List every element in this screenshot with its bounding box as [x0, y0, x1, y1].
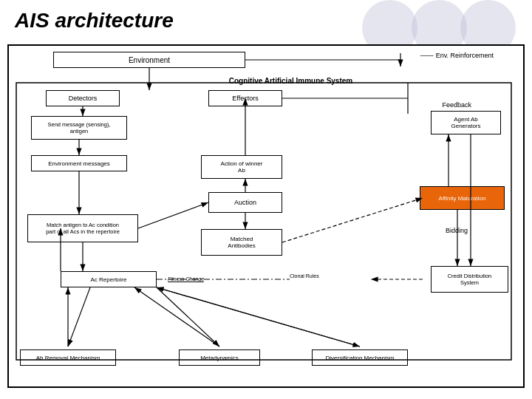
feedback-text: Feedback [442, 101, 471, 109]
bidding-label: Bidding [446, 227, 468, 234]
fitness-change-label: Fitness Change [168, 276, 204, 282]
send-msg-box: Send message (sensing),antigen [31, 116, 127, 140]
clonal-rules-label: Clonal Rules [290, 273, 319, 279]
env-reinforcement-label: Env. Reinforcement [420, 52, 494, 59]
detectors-box: Detectors [46, 90, 120, 106]
clonal-text: Clonal Rules [290, 273, 319, 279]
agent-ab-box: Agent AbGenerators [431, 111, 501, 134]
environment-label: Environment [129, 56, 170, 64]
metadynamics-label: Metadynamics [200, 355, 239, 361]
ac-repertoire-box: Ac Repertoire [61, 271, 157, 287]
svg-line-15 [282, 198, 423, 242]
ac-rep-label: Ac Repertoire [91, 276, 127, 283]
svg-line-25 [157, 287, 360, 347]
diversification-box: Diversification Mechanism [312, 349, 408, 366]
feedback-label: Feedback [442, 101, 471, 109]
match-antigen-box: Match antigen to Ac conditionpart of all… [27, 214, 138, 242]
effectors-box: Effectors [208, 90, 282, 106]
action-winner-box: Action of winnerAb [201, 155, 282, 179]
env-msg-box: Environment messages [31, 155, 127, 171]
svg-line-24 [134, 287, 219, 347]
env-reinforcement-text: Env. Reinforcement [436, 52, 494, 59]
affinity-label: Affinity Maturation [439, 195, 486, 202]
ab-removal-box: Ab Removal Mechanism [20, 349, 116, 366]
detectors-label: Detectors [69, 95, 98, 102]
credit-distribution-box: Credit DistributionSystem [431, 266, 508, 293]
env-msg-label: Environment messages [48, 160, 110, 167]
agent-ab-label: Agent AbGenerators [451, 116, 480, 129]
cais-label: Cognitive Artificial Immune System [229, 77, 352, 85]
svg-line-11 [138, 202, 208, 228]
affinity-maturation-box: Affinity Maturation [420, 186, 505, 210]
diagram-container: Environment Env. Reinforcement Cognitive… [7, 44, 525, 388]
environment-box: Environment [53, 52, 245, 68]
match-ag-label: Match antigen to Ac conditionpart of all… [46, 222, 120, 235]
effectors-label: Effectors [232, 95, 258, 102]
page-title: AIS architecture [15, 9, 174, 33]
cais-text: Cognitive Artificial Immune System [229, 77, 352, 85]
credit-label: Credit DistributionSystem [448, 273, 492, 286]
metadynamics-box: Metadynamics [179, 349, 260, 366]
send-msg-label: Send message (sensing),antigen [47, 121, 110, 134]
matched-antibodies-box: MatchedAntibodies [201, 229, 282, 256]
ab-removal-label: Ab Removal Mechanism [36, 355, 100, 361]
matched-ab-label: MatchedAntibodies [228, 236, 255, 249]
svg-line-22 [157, 287, 360, 347]
diversification-label: Diversification Mechanism [326, 355, 395, 361]
bidding-text: Bidding [446, 227, 468, 234]
auction-label: Auction [234, 199, 256, 206]
auction-box: Auction [208, 192, 282, 213]
fitness-text: Fitness Change [168, 276, 204, 282]
svg-line-21 [157, 287, 219, 347]
action-winner-label: Action of winnerAb [221, 160, 263, 174]
svg-line-20 [68, 287, 90, 347]
